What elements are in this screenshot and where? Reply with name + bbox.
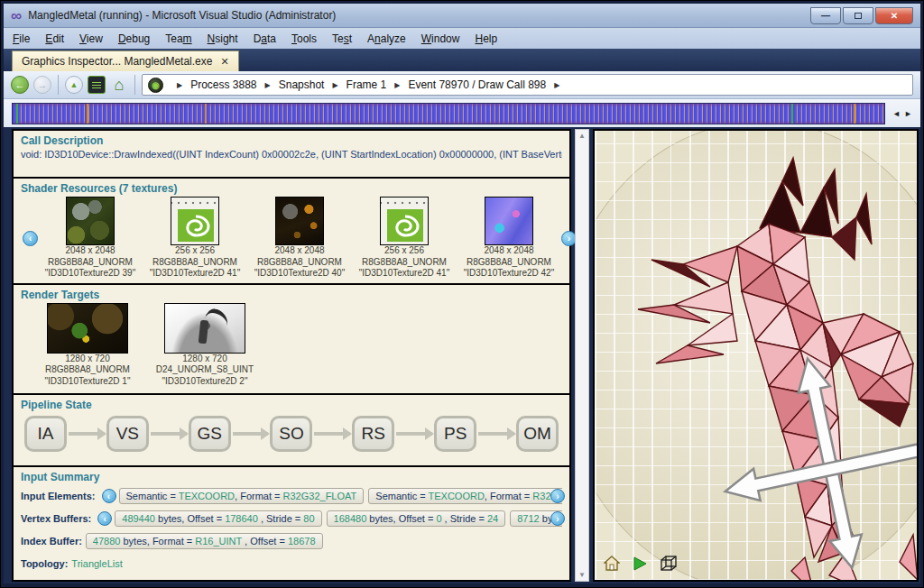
nvidia-logo-icon xyxy=(178,209,214,242)
up-one-level-button[interactable]: ▲ xyxy=(65,76,83,94)
scene-thumbnail[interactable] xyxy=(47,303,128,354)
breadcrumb-item[interactable]: Process 3888 xyxy=(190,78,256,91)
render-target-format: R8G8B8A8_UNORM xyxy=(45,364,130,376)
breadcrumb-item[interactable]: Snapshot xyxy=(279,78,325,91)
toolbar-separator xyxy=(58,75,59,95)
chip-list: 47880 bytes, Format = R16_UINT , Offset … xyxy=(86,533,562,549)
value-chip[interactable]: 489440 bytes, Offset = 178640 , Stride =… xyxy=(115,510,321,527)
menu-bar: FileEditViewDebugTeamNsightDataToolsTest… xyxy=(4,28,920,49)
value-chip[interactable]: 47880 bytes, Format = R16_UINT , Offset … xyxy=(86,533,323,549)
texture-format: R8G8B8A8_UNORM xyxy=(362,257,447,269)
play-icon[interactable] xyxy=(633,556,647,571)
scrubber-marker xyxy=(16,104,18,124)
vertical-scrollbar[interactable]: ▲ ▼ xyxy=(575,129,589,582)
texture-name: "ID3D10Texture2D 41" xyxy=(359,268,449,280)
pipeline-stage-gs[interactable]: GS xyxy=(189,416,231,452)
scrub-right-icon[interactable]: ► xyxy=(904,109,912,118)
value-chip[interactable]: 168480 bytes, Offset = 0 , Stride = 24 xyxy=(327,510,506,527)
menu-item-nsight[interactable]: Nsight xyxy=(208,32,238,45)
scrub-left-icon[interactable]: ◄ xyxy=(892,109,901,118)
camo-thumbnail[interactable] xyxy=(66,197,115,245)
menu-item-debug[interactable]: Debug xyxy=(118,32,150,45)
row-prev-icon[interactable]: ‹ xyxy=(97,511,112,526)
pipeline-state-header: Pipeline State xyxy=(21,399,562,411)
scrubber-toggle-button[interactable] xyxy=(88,76,106,94)
pipeline-stage-om[interactable]: OM xyxy=(516,416,559,452)
index-buffer-label: Index Buffer: xyxy=(21,536,82,547)
menu-item-analyze[interactable]: Analyze xyxy=(367,32,406,45)
close-button[interactable]: ✕ xyxy=(875,7,913,24)
tab-graphics-inspector[interactable]: Graphics Inspector... MangledMetal.exe ✕ xyxy=(12,51,239,71)
section-shader-resources: Shader Resources (7 textures) ‹ 2048 x 2… xyxy=(14,179,569,285)
shader-resources-header: Shader Resources (7 textures) xyxy=(21,182,562,195)
texture-name: "ID3D10Texture2D 41" xyxy=(150,268,240,280)
scrubber-marker xyxy=(87,104,88,124)
nvidia-thumbnail[interactable] xyxy=(171,197,219,245)
texture-size: 256 x 256 xyxy=(175,245,215,257)
geometry-preview-panel[interactable] xyxy=(593,129,919,582)
textures-prev-icon[interactable]: ‹ xyxy=(23,231,38,246)
depth-thumbnail[interactable] xyxy=(164,303,245,354)
tab-strip: Graphics Inspector... MangledMetal.exe ✕ xyxy=(4,49,920,71)
value-chip[interactable]: Semantic = TEXCOORD, Format = R32G32_FLO… xyxy=(368,488,562,504)
minimize-button[interactable]: — xyxy=(810,7,841,24)
inspector-panel: Call Description void: ID3D10Device::Dra… xyxy=(12,129,571,582)
restore-button[interactable] xyxy=(843,7,873,24)
row-next-icon[interactable]: › xyxy=(550,489,565,503)
scroll-down-icon[interactable]: ▼ xyxy=(578,571,586,579)
render-target-card-1: 1280 x 720D24_UNORM_S8_UINT"ID3D10Textur… xyxy=(152,303,257,388)
scroll-up-icon[interactable]: ▲ xyxy=(578,132,586,140)
render-target-card-0: 1280 x 720R8G8B8A8_UNORM"ID3D10Texture2D… xyxy=(35,303,140,388)
texture-size: 256 x 256 xyxy=(384,245,424,257)
pipeline-stage-rs[interactable]: RS xyxy=(352,416,394,452)
render-target-name: "ID3D10Texture2D 1" xyxy=(45,376,131,388)
pipeline-stage-vs[interactable]: VS xyxy=(106,416,149,452)
menu-item-help[interactable]: Help xyxy=(475,32,497,45)
pipeline-stage-ia[interactable]: IA xyxy=(24,416,67,452)
forward-button[interactable]: → xyxy=(33,76,51,94)
scrubber-marker xyxy=(854,104,855,124)
scrubber-row: ◄ ► xyxy=(4,99,920,127)
nsight-logo-icon[interactable]: ◉ xyxy=(148,78,163,93)
menu-item-data[interactable]: Data xyxy=(254,32,276,45)
pipeline-stage-ps[interactable]: PS xyxy=(434,416,476,452)
nvidia-thumbnail[interactable] xyxy=(380,197,429,245)
texture-name: "ID3D10Texture2D 42" xyxy=(464,268,554,280)
pipeline-arrow-icon xyxy=(396,432,432,436)
tab-close-icon[interactable]: ✕ xyxy=(220,56,228,68)
home-view-icon[interactable] xyxy=(604,556,620,572)
render-targets-header: Render Targets xyxy=(21,289,562,301)
normal-thumbnail[interactable] xyxy=(485,197,533,245)
texture-card-2: 2048 x 2048R8G8B8A8_UNORM"ID3D10Texture2… xyxy=(247,197,352,280)
event-scrubber-timeline[interactable] xyxy=(12,103,885,124)
call-description-text: void: ID3D10Device::DrawIndexed((UINT In… xyxy=(21,149,562,160)
texture-format: R8G8B8A8_UNORM xyxy=(152,257,237,269)
wireframe-cube-icon[interactable] xyxy=(660,555,678,573)
tab-label: Graphics Inspector... MangledMetal.exe xyxy=(22,55,212,68)
visual-studio-logo-icon: ∞ xyxy=(11,8,22,23)
row-prev-icon[interactable]: ‹ xyxy=(102,489,116,503)
texture-card-4: 2048 x 2048R8G8B8A8_UNORM"ID3D10Texture2… xyxy=(457,197,561,280)
input-elements-label: Input Elements: xyxy=(21,491,96,501)
row-next-icon[interactable]: › xyxy=(550,511,565,526)
texture-card-3: 256 x 256R8G8B8A8_UNORM"ID3D10Texture2D … xyxy=(352,197,457,280)
texture-format: R8G8B8A8_UNORM xyxy=(467,257,551,269)
menu-item-view[interactable]: View xyxy=(79,32,103,45)
value-chip[interactable]: Semantic = TEXCOORD, Format = R32G32_FLO… xyxy=(119,488,365,504)
menu-item-tools[interactable]: Tools xyxy=(291,32,317,45)
pipeline-arrow-icon xyxy=(233,432,269,436)
pipeline-stage-so[interactable]: SO xyxy=(270,416,312,452)
translation-gizmo[interactable] xyxy=(696,334,919,582)
menu-item-file[interactable]: File xyxy=(13,32,30,45)
dark-thumbnail[interactable] xyxy=(275,197,324,245)
menu-item-team[interactable]: Team xyxy=(165,32,191,45)
chip-list: Semantic = TEXCOORD, Format = R32G32_FLO… xyxy=(119,488,562,504)
menu-item-window[interactable]: Window xyxy=(421,32,460,45)
breadcrumb-item[interactable]: Event 78970 / Draw Call 898 xyxy=(408,78,546,91)
menu-item-edit[interactable]: Edit xyxy=(45,32,64,45)
back-button[interactable]: ← xyxy=(11,76,29,94)
home-button[interactable]: ⌂ xyxy=(110,76,128,94)
breadcrumb-item[interactable]: Frame 1 xyxy=(346,78,387,91)
menu-item-test[interactable]: Test xyxy=(332,32,352,45)
call-description-header: Call Description xyxy=(21,134,562,147)
